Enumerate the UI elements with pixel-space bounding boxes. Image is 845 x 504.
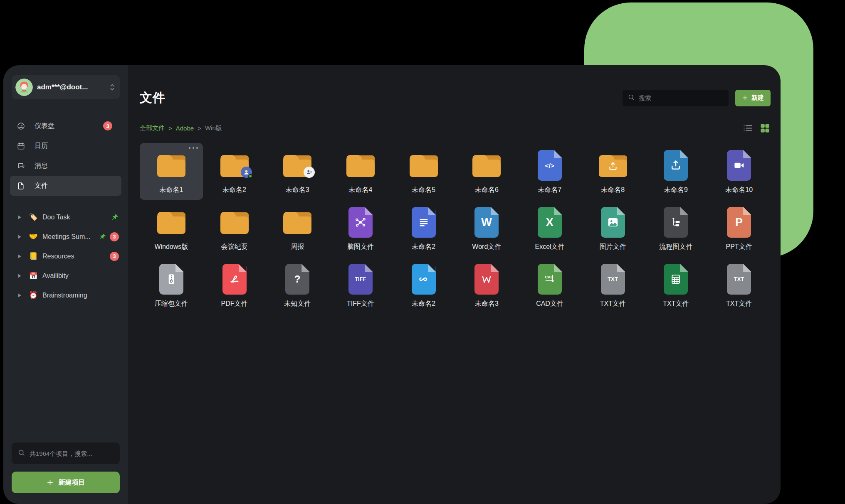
P-file-icon: P <box>727 207 751 238</box>
project-search[interactable] <box>12 443 120 464</box>
file-item[interactable]: </> 未命名7 <box>518 143 581 200</box>
svg-text:CAD: CAD <box>545 275 553 279</box>
file-item[interactable]: 未命名10 <box>707 143 771 200</box>
file-item[interactable]: 未命名4 <box>329 143 392 200</box>
file-name: TXT文件 <box>663 300 689 308</box>
unread-badge: 3 <box>110 252 119 261</box>
sidebar-item-calendar[interactable]: 日历 <box>10 136 121 156</box>
expand-caret-icon[interactable] <box>17 254 22 259</box>
file-name: 脑图文件 <box>347 243 374 251</box>
file-item[interactable]: TXT TXT文件 <box>581 257 645 314</box>
sidebar-project-doo-task[interactable]: 🏷️ Doo Task <box>3 207 128 227</box>
file-item[interactable]: 未命名8 <box>581 143 645 200</box>
sidebar-item-dashboard[interactable]: 仪表盘 3 <box>10 116 121 136</box>
file-item[interactable]: 压缩包文件 <box>140 257 203 314</box>
desktop-background: adm***@doot... 仪表盘 3 日历 消息 文件 🏷️ Doo Tas… <box>0 0 845 504</box>
expand-caret-icon[interactable] <box>17 234 22 239</box>
file-item[interactable]: CAD CAD文件 <box>518 257 581 314</box>
sidebar-project-resources[interactable]: 📒 Resources 3 <box>3 246 128 266</box>
project-label: Meetings Sum... <box>42 233 91 241</box>
notebook-emoji-icon: 📒 <box>28 252 38 261</box>
search-icon <box>628 93 635 103</box>
account-switcher[interactable]: adm***@doot... <box>12 75 120 99</box>
file-item[interactable]: X Excel文件 <box>518 200 581 257</box>
main-panel: 文件 新建 全部文件>Adobe>Win版 <box>128 65 781 504</box>
file-name: 未命名10 <box>725 186 753 194</box>
expand-caret-icon[interactable] <box>17 215 22 220</box>
video-file-icon <box>727 150 751 181</box>
file-search[interactable] <box>623 90 729 106</box>
breadcrumb: 全部文件>Adobe>Win版 <box>140 124 222 132</box>
sidebar-project-availability[interactable]: 📅 Availibity <box>3 266 128 285</box>
file-name: TXT文件 <box>600 300 626 308</box>
TXT-file-icon: TXT <box>601 264 625 295</box>
sidebar-footer: 新建项目 <box>3 443 128 504</box>
file-name: Windows版 <box>154 243 188 251</box>
sidebar-item-messages[interactable]: 消息 <box>10 156 121 176</box>
file-item[interactable]: 图片文件 <box>581 200 645 257</box>
file-item[interactable]: 未命名9 <box>645 143 708 200</box>
primary-nav: 仪表盘 3 日历 消息 文件 <box>3 116 128 196</box>
file-name: TXT文件 <box>726 300 752 308</box>
expand-caret-icon[interactable] <box>17 273 22 278</box>
file-item[interactable]: 未命名2 <box>392 257 455 314</box>
project-label: Brainstroaming <box>42 292 87 299</box>
sidebar-project-meetings-summary[interactable]: 🤝 Meetings Sum... 3 <box>3 227 128 246</box>
file-item[interactable]: 未命名1 <box>140 143 203 200</box>
file-name: 流程图文件 <box>659 243 692 251</box>
file-name: 未命名2 <box>412 300 435 308</box>
expand-caret-icon[interactable] <box>17 293 22 298</box>
project-search-input[interactable] <box>30 450 114 457</box>
file-item[interactable]: 未命名2 <box>203 143 266 200</box>
file-name: 图片文件 <box>600 243 626 251</box>
breadcrumb-separator: > <box>168 125 172 132</box>
file-item[interactable]: ? 未知文件 <box>266 257 329 314</box>
list-view-icon[interactable] <box>742 123 754 134</box>
unread-badge: 3 <box>103 121 112 130</box>
file-item[interactable]: 周报 <box>266 200 329 257</box>
mindmap-file-icon <box>348 207 373 238</box>
file-name: 未命名3 <box>286 186 309 194</box>
sidebar-item-files[interactable]: 文件 <box>10 176 121 196</box>
file-item[interactable]: TXT文件 <box>645 257 708 314</box>
sidebar: adm***@doot... 仪表盘 3 日历 消息 文件 🏷️ Doo Tas… <box>3 65 128 504</box>
file-item[interactable]: TXT TXT文件 <box>707 257 771 314</box>
file-item[interactable]: PDF文件 <box>203 257 266 314</box>
zip-file-icon <box>159 264 183 295</box>
file-name: 未命名5 <box>412 186 435 194</box>
file-name: 未命名1 <box>159 186 183 194</box>
pdf-file-icon <box>222 264 247 295</box>
file-item[interactable]: 脑图文件 <box>329 200 392 257</box>
file-item[interactable]: 未命名3 <box>266 143 329 200</box>
file-item[interactable]: 会议纪要 <box>203 200 266 257</box>
upload-icon <box>608 161 618 172</box>
folder-icon <box>156 209 187 235</box>
grid-view-icon[interactable] <box>759 123 771 134</box>
sidebar-project-brainstorming[interactable]: ⏰ Brainstroaming <box>3 285 128 305</box>
file-name: Excel文件 <box>535 243 564 251</box>
file-search-input[interactable] <box>639 94 724 101</box>
chat-icon <box>17 162 25 170</box>
file-item[interactable]: TIFF TIFF文件 <box>329 257 392 314</box>
new-file-button[interactable]: 新建 <box>735 90 771 106</box>
file-item[interactable]: 未命名6 <box>455 143 518 200</box>
breadcrumb-item[interactable]: 全部文件 <box>140 124 165 132</box>
file-item[interactable]: 未命名5 <box>392 143 455 200</box>
plus-icon <box>742 95 748 101</box>
flowchart-file-icon <box>664 207 688 238</box>
file-item[interactable]: W Word文件 <box>455 200 518 257</box>
file-item[interactable]: Windows版 <box>140 200 203 257</box>
file-item[interactable]: 流程图文件 <box>645 200 708 257</box>
infinity-file-icon <box>412 264 436 295</box>
new-project-button[interactable]: 新建项目 <box>12 472 120 493</box>
file-item[interactable]: 未命名3 <box>455 257 518 314</box>
file-item[interactable]: 未命名2 <box>392 200 455 257</box>
breadcrumb-item[interactable]: Adobe <box>176 125 194 132</box>
folder-icon <box>282 209 313 235</box>
file-name: TIFF文件 <box>347 300 374 308</box>
more-menu-icon[interactable] <box>189 147 198 149</box>
upload-file-icon <box>664 150 688 181</box>
project-list: 🏷️ Doo Task 🤝 Meetings Sum... 3 📒 Resour… <box>3 207 128 305</box>
file-item[interactable]: P PPT文件 <box>707 200 771 257</box>
file-name: 周报 <box>291 243 304 251</box>
